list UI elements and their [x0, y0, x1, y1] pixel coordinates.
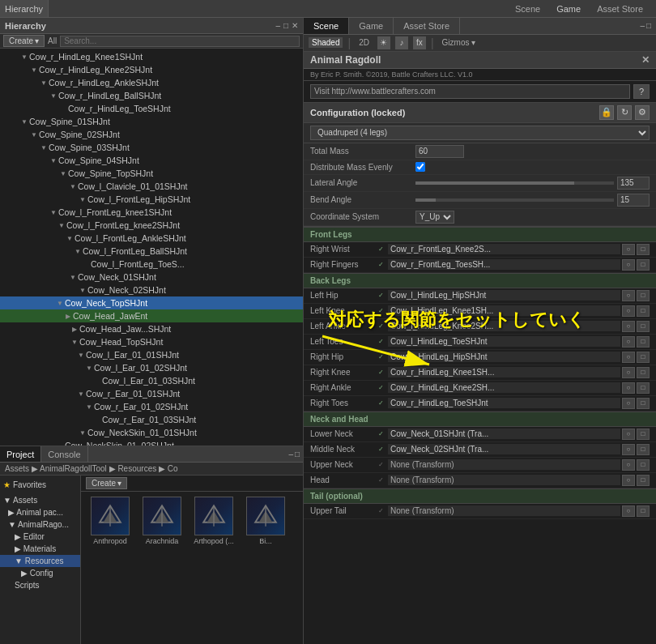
- sidebar-animal-ragdoll[interactable]: ▼ AnimalRago...: [0, 518, 80, 531]
- right-hip-select-btn[interactable]: ○: [622, 352, 635, 363]
- tree-item[interactable]: ▼ Cow_l_FrontLeg_knee2SHJnt: [0, 219, 303, 232]
- middle-neck-select-btn[interactable]: ○: [622, 444, 635, 455]
- refresh-button[interactable]: ↻: [617, 105, 632, 120]
- tree-item[interactable]: Cow_r_HindLeg_ToeSHJnt: [0, 102, 303, 115]
- upper-neck-clear-btn[interactable]: □: [637, 459, 650, 471]
- asset-item-bi[interactable]: Bi...: [241, 497, 290, 546]
- upper-tail-select-btn[interactable]: ○: [622, 505, 635, 517]
- lateral-angle-input[interactable]: [617, 177, 650, 190]
- console-tab[interactable]: Console: [41, 446, 87, 462]
- tree-item[interactable]: ▶ Cow_Head_Jaw...SHJnt: [0, 322, 303, 335]
- left-knee-clear-btn[interactable]: □: [637, 305, 650, 317]
- settings-button[interactable]: ⚙: [635, 105, 650, 120]
- asset-store-tab-top[interactable]: Asset Store: [590, 2, 650, 15]
- right-hip-clear-btn[interactable]: □: [637, 352, 650, 363]
- tree-item[interactable]: ▼ Cow_l_FrontLeg_HipSHJnt: [0, 193, 303, 206]
- left-hip-clear-btn[interactable]: □: [637, 290, 650, 301]
- hierarchy-maximize[interactable]: □: [283, 21, 288, 30]
- project-maximize[interactable]: □: [295, 450, 300, 458]
- left-hip-select-btn[interactable]: ○: [622, 290, 635, 301]
- tree-item[interactable]: ▼ Cow_r_Ear_01_02SHJnt: [0, 400, 303, 413]
- toolbar-shaded[interactable]: Shaded: [309, 37, 343, 48]
- right-ankle-select-btn[interactable]: ○: [622, 382, 635, 394]
- toolbar-light-btn[interactable]: ☀: [377, 36, 390, 49]
- total-mass-input[interactable]: [415, 145, 464, 158]
- project-tab[interactable]: Project: [0, 446, 41, 462]
- sidebar-animal-pack[interactable]: ▶ Animal pac...: [0, 506, 80, 518]
- inspector-close[interactable]: ✕: [641, 54, 650, 66]
- tree-item[interactable]: ▼ Cow_r_HindLeg_Knee2SHJnt: [0, 63, 303, 76]
- scene-tab-top[interactable]: Scene: [509, 2, 547, 15]
- tree-item[interactable]: ▼ Cow_l_Clavicle_01_01SHJnt: [0, 180, 303, 193]
- sidebar-scripts[interactable]: Scripts: [0, 579, 80, 591]
- sidebar-editor[interactable]: ▶ Editor: [0, 531, 80, 543]
- tree-item[interactable]: ▼ Cow_NeckSkin_01_01SHJnt: [0, 426, 303, 439]
- asset-item-arachnida[interactable]: Arachnida: [138, 497, 186, 546]
- hierarchy-tab[interactable]: Hierarchy: [0, 0, 49, 17]
- hierarchy-all-filter[interactable]: All: [48, 36, 57, 45]
- tree-item[interactable]: Cow_l_FrontLeg_ToeS...: [0, 258, 303, 271]
- tree-item[interactable]: ▼ Cow_l_Ear_01_01SHJnt: [0, 348, 303, 361]
- toolbar-gizmos[interactable]: Gizmos ▾: [439, 37, 479, 48]
- toolbar-2d[interactable]: 2D: [356, 37, 373, 48]
- middle-neck-clear-btn[interactable]: □: [637, 444, 650, 455]
- right-fingers-select-btn[interactable]: ○: [622, 259, 635, 271]
- bend-angle-input[interactable]: [617, 194, 650, 207]
- project-create-button[interactable]: Create ▾: [86, 477, 127, 489]
- tree-item-selected[interactable]: ▼ Cow_Neck_TopSHJnt: [0, 296, 303, 309]
- toolbar-fx-btn[interactable]: fx: [413, 36, 426, 49]
- right-wrist-clear-btn[interactable]: □: [637, 244, 650, 255]
- tree-item[interactable]: ▼ Cow_Head_TopSHJnt: [0, 335, 303, 348]
- panel-maximize[interactable]: □: [646, 21, 651, 30]
- left-toes-clear-btn[interactable]: □: [637, 336, 650, 348]
- asset-item-anthropod[interactable]: Anthropod: [86, 497, 134, 546]
- tree-item[interactable]: ▼ Cow_Spine_02SHJnt: [0, 128, 303, 141]
- head-clear-btn[interactable]: □: [637, 475, 650, 486]
- right-wrist-select-btn[interactable]: ○: [622, 244, 635, 255]
- tree-item[interactable]: ▼ Cow_l_FrontLeg_BallSHJnt: [0, 245, 303, 258]
- tab-game[interactable]: Game: [349, 18, 394, 34]
- panel-collapse[interactable]: –: [640, 21, 645, 30]
- tree-item[interactable]: ▼ Cow_l_FrontLeg_knee1SHJnt: [0, 206, 303, 219]
- hierarchy-search-input[interactable]: [60, 36, 300, 47]
- project-collapse[interactable]: –: [288, 450, 293, 458]
- tree-item[interactable]: ▼ Cow_Spine_01SHJnt: [0, 115, 303, 128]
- left-toes-select-btn[interactable]: ○: [622, 336, 635, 348]
- hierarchy-collapse[interactable]: –: [275, 21, 280, 30]
- left-knee-select-btn[interactable]: ○: [622, 305, 635, 317]
- upper-tail-clear-btn[interactable]: □: [637, 505, 650, 517]
- sidebar-config[interactable]: ▶ Config: [0, 567, 80, 579]
- asset-item-arthopod[interactable]: Arthopod (...: [190, 497, 238, 546]
- right-toes-clear-btn[interactable]: □: [637, 398, 650, 409]
- url-input[interactable]: [310, 84, 630, 99]
- tree-item[interactable]: ▼ Cow_l_Ear_01_02SHJnt: [0, 361, 303, 374]
- tree-item[interactable]: Cow_l_Ear_01_03SHJnt: [0, 374, 303, 387]
- right-ankle-clear-btn[interactable]: □: [637, 382, 650, 394]
- toolbar-audio-btn[interactable]: ♪: [395, 36, 408, 49]
- left-ankle-select-btn[interactable]: ○: [622, 321, 635, 332]
- config-type-select[interactable]: Quadruped (4 legs): [310, 126, 650, 140]
- sidebar-assets[interactable]: ▼ Assets: [0, 494, 80, 506]
- right-knee-select-btn[interactable]: ○: [622, 367, 635, 378]
- head-select-btn[interactable]: ○: [622, 475, 635, 486]
- tree-item[interactable]: ▼ Cow_r_HindLeg_BallSHJnt: [0, 89, 303, 102]
- url-go-button[interactable]: ?: [633, 84, 650, 99]
- tree-item[interactable]: Cow_NeckSkin_01_02SHJnt: [0, 439, 303, 446]
- tree-item[interactable]: ▼ Cow_r_HindLeg_Knee1SHJnt: [0, 50, 303, 63]
- tree-item[interactable]: ▼ Cow_Spine_03SHJnt: [0, 141, 303, 154]
- tree-item[interactable]: ▼ Cow_Spine_TopSHJnt: [0, 167, 303, 180]
- tab-scene[interactable]: Scene: [304, 18, 349, 34]
- tree-item[interactable]: ▼ Cow_r_Ear_01_01SHJnt: [0, 387, 303, 400]
- tree-item-highlighted[interactable]: ▶ Cow_Head_JawEnt: [0, 309, 303, 322]
- distribute-mass-checkbox[interactable]: [415, 162, 425, 172]
- tree-item[interactable]: ▼ Cow_Neck_01SHJnt: [0, 271, 303, 284]
- hierarchy-close[interactable]: ✕: [292, 21, 298, 30]
- tree-item[interactable]: ▼ Cow_l_FrontLeg_AnkleSHJnt: [0, 232, 303, 245]
- right-knee-clear-btn[interactable]: □: [637, 367, 650, 378]
- tab-asset-store[interactable]: Asset Store: [394, 18, 460, 34]
- left-ankle-clear-btn[interactable]: □: [637, 321, 650, 332]
- sidebar-materials[interactable]: ▶ Materials: [0, 543, 80, 555]
- lower-neck-select-btn[interactable]: ○: [622, 429, 635, 440]
- upper-neck-select-btn[interactable]: ○: [622, 459, 635, 471]
- lower-neck-clear-btn[interactable]: □: [637, 429, 650, 440]
